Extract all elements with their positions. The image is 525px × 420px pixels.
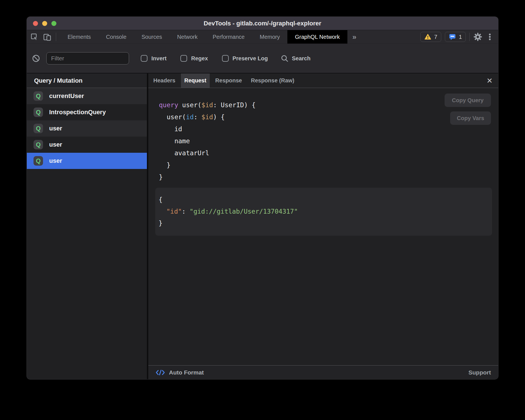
- clear-filter-block-icon[interactable]: [32, 54, 40, 63]
- code-line: name: [159, 135, 492, 147]
- checkbox-box: [180, 55, 187, 62]
- tab-console[interactable]: Console: [98, 30, 134, 44]
- code-token: user(: [159, 113, 186, 121]
- code-line: }: [159, 159, 492, 171]
- device-toolbar-icon[interactable]: [43, 33, 51, 41]
- code-token: }: [159, 173, 163, 181]
- code-token: [159, 208, 166, 215]
- query-type-badge: Q: [34, 91, 43, 101]
- detail-tab-bar: HeadersRequestResponseResponse (Raw)✕: [148, 73, 498, 88]
- code-line: id: [159, 123, 492, 135]
- title-bar: DevTools - gitlab.com/-/graphql-explorer: [27, 17, 498, 30]
- search-label: Search: [292, 55, 311, 62]
- query-item-label: currentUser: [49, 92, 84, 100]
- checkbox-label: Preserve Log: [233, 55, 268, 62]
- code-line: {: [159, 194, 486, 206]
- code-line: user(id: $id) {: [159, 111, 492, 123]
- filter-bar: InvertRegexPreserve Log Search: [27, 44, 498, 73]
- kebab-menu-icon[interactable]: [486, 33, 494, 41]
- tab-memory[interactable]: Memory: [252, 30, 287, 44]
- settings-gear-icon[interactable]: [473, 32, 482, 41]
- tab-elements[interactable]: Elements: [60, 30, 98, 44]
- query-item-label: user: [49, 141, 62, 148]
- detail-tab-response-raw[interactable]: Response (Raw): [247, 73, 298, 88]
- warning-count: 7: [434, 34, 437, 40]
- tab-performance[interactable]: Performance: [205, 30, 252, 44]
- copy-query-button[interactable]: Copy Query: [445, 94, 491, 107]
- query-list-item[interactable]: QcurrentUser: [27, 88, 147, 104]
- code-token: ) {: [213, 113, 225, 121]
- toolbar-left-icons: [30, 30, 60, 44]
- code-token: {: [159, 196, 163, 203]
- inspect-element-icon[interactable]: [30, 33, 39, 41]
- filter-input[interactable]: [46, 52, 129, 65]
- code-token: user(: [178, 101, 201, 109]
- query-list-item[interactable]: Quser: [27, 120, 147, 137]
- search-icon: [281, 54, 288, 62]
- zoom-window-button[interactable]: [51, 21, 56, 26]
- checkbox-invert[interactable]: Invert: [141, 55, 166, 62]
- issues-count: 1: [459, 34, 462, 40]
- auto-format-button[interactable]: Auto Format: [169, 369, 204, 376]
- code-token: avatarUrl: [159, 149, 209, 157]
- request-content: query user($id: UserID) { user(id: $id) …: [148, 88, 498, 365]
- toolbar-divider: [469, 33, 470, 41]
- query-type-badge: Q: [34, 108, 43, 117]
- devtools-window: DevTools - gitlab.com/-/graphql-explorer…: [27, 17, 498, 379]
- code-token: $id: [201, 113, 213, 121]
- query-type-badge: Q: [34, 140, 43, 149]
- code-token: }: [159, 219, 163, 227]
- query-item-label: user: [49, 157, 62, 164]
- code-token: id: [159, 125, 182, 133]
- tab-graphql-network[interactable]: GraphQL Network: [287, 30, 347, 44]
- filter-checkboxes: InvertRegexPreserve Log: [141, 55, 268, 62]
- code-token: name: [159, 137, 190, 145]
- tab-network[interactable]: Network: [170, 30, 205, 44]
- code-line: }: [159, 217, 486, 229]
- toolbar-right-cluster: 7 1: [420, 30, 498, 44]
- code-token: $id: [201, 101, 213, 109]
- query-item-label: user: [49, 125, 62, 132]
- detail-tab-headers[interactable]: Headers: [150, 73, 179, 88]
- query-list: QcurrentUserQIntrospectionQueryQuserQuse…: [27, 88, 147, 379]
- support-link[interactable]: Support: [469, 369, 491, 376]
- tab-sources[interactable]: Sources: [134, 30, 170, 44]
- graphql-query-code: query user($id: UserID) { user(id: $id) …: [155, 99, 492, 183]
- query-item-label: IntrospectionQuery: [49, 109, 106, 116]
- checkbox-box: [222, 55, 229, 62]
- warnings-badge[interactable]: 7: [420, 32, 441, 42]
- detail-tab-request[interactable]: Request: [181, 73, 210, 88]
- auto-format-icon[interactable]: [156, 369, 165, 376]
- checkbox-preserve-log[interactable]: Preserve Log: [222, 55, 268, 62]
- close-window-button[interactable]: [33, 21, 38, 26]
- devtools-toolbar: ElementsConsoleSourcesNetworkPerformance…: [27, 30, 498, 44]
- code-token: :: [194, 113, 202, 121]
- query-list-item[interactable]: Quser: [27, 137, 147, 153]
- code-line: query user($id: UserID) {: [159, 99, 492, 111]
- detail-panel: HeadersRequestResponseResponse (Raw)✕ qu…: [148, 73, 498, 379]
- query-list-item[interactable]: Quser: [27, 153, 147, 169]
- code-token: : UserID) {: [213, 101, 256, 109]
- code-line: avatarUrl: [159, 147, 492, 159]
- search-toggle[interactable]: Search: [281, 54, 311, 62]
- query-type-badge: Q: [34, 156, 43, 166]
- chat-bubble-icon: [449, 33, 456, 40]
- detail-tab-response[interactable]: Response: [212, 73, 245, 88]
- code-line: }: [159, 171, 492, 183]
- query-list-item[interactable]: QIntrospectionQuery: [27, 104, 147, 120]
- window-title: DevTools - gitlab.com/-/graphql-explorer: [204, 20, 321, 27]
- more-tabs-button[interactable]: »: [347, 30, 361, 44]
- code-token: "gid://gitlab/User/13704317": [190, 208, 298, 215]
- code-token: "id": [166, 208, 182, 215]
- toolbar-divider: [56, 33, 56, 41]
- minimize-window-button[interactable]: [42, 21, 47, 26]
- code-token: }: [159, 161, 171, 169]
- checkbox-regex[interactable]: Regex: [180, 55, 208, 62]
- traffic-lights: [33, 17, 56, 30]
- copy-vars-button[interactable]: Copy Vars: [450, 111, 491, 125]
- close-panel-icon[interactable]: ✕: [486, 77, 493, 84]
- query-variables-box: { "id": "gid://gitlab/User/13704317"}: [155, 188, 492, 236]
- code-token: query: [159, 101, 178, 109]
- warning-icon: [424, 34, 431, 40]
- issues-badge[interactable]: 1: [445, 32, 466, 42]
